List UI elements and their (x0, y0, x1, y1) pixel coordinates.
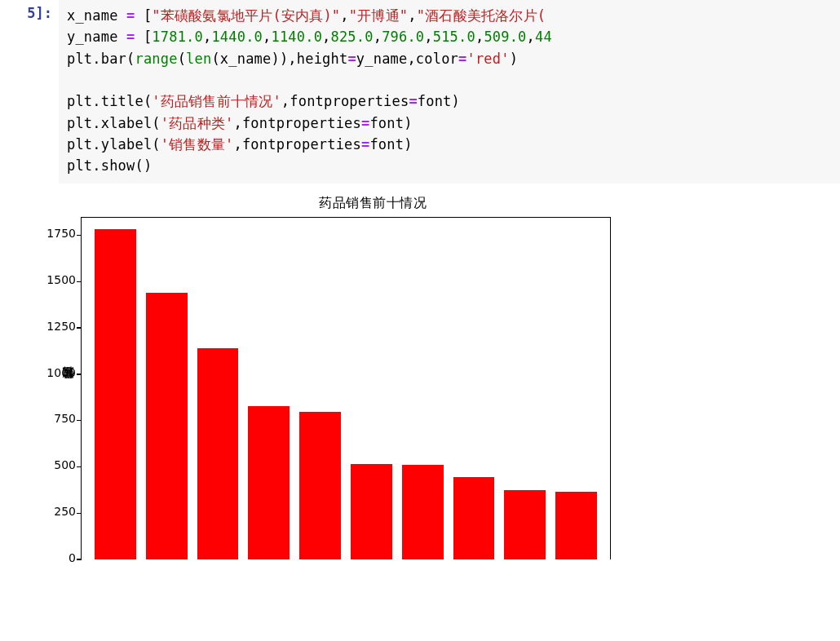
chart-bar (299, 412, 341, 559)
chart-bar (402, 465, 444, 559)
chart-bar (351, 464, 392, 559)
chart-plot-area (81, 217, 611, 559)
chart-title: 药品销售前十情况 (59, 195, 687, 212)
chart-bar (504, 490, 546, 559)
chart-bar (555, 492, 597, 559)
y-tick-mark (77, 281, 82, 283)
code-cell: 5]: x_name = ["苯磺酸氨氯地平片(安内真)","开博通","酒石酸… (0, 0, 840, 183)
y-tick-label: 1000 (46, 367, 76, 378)
y-tick-label: 0 (69, 552, 76, 564)
chart-bar (197, 348, 239, 559)
cell-prompt: 5]: (0, 0, 59, 21)
y-tick-mark (77, 513, 82, 515)
code-line-3: plt.bar(range(len(x_name)),height=y_name… (67, 51, 518, 67)
y-tick-mark (77, 235, 82, 237)
code-input[interactable]: x_name = ["苯磺酸氨氯地平片(安内真)","开博通","酒石酸美托洛尔… (59, 0, 840, 183)
code-line-6: plt.xlabel('药品种类',fontproperties=font) (67, 115, 413, 131)
code-line-2: y_name = [1781.0,1440.0,1140.0,825.0,796… (67, 29, 552, 45)
chart-bar (95, 229, 136, 559)
y-tick-label: 250 (54, 506, 76, 517)
y-tick-mark (77, 559, 82, 560)
chart-bar (146, 293, 188, 559)
chart-bar (248, 406, 290, 559)
cell-output: 药品销售前十情况 销售数量 02505007501000125015001750 (0, 183, 840, 559)
y-tick-label: 1500 (46, 274, 76, 285)
chart-container: 药品销售前十情况 销售数量 02505007501000125015001750 (59, 195, 687, 559)
y-tick-label: 1750 (46, 228, 76, 239)
chart-body: 销售数量 02505007501000125015001750 (59, 217, 687, 559)
chart-bar (453, 477, 495, 559)
y-tick-label: 750 (54, 413, 76, 424)
code-line-1: x_name = ["苯磺酸氨氯地平片(安内真)","开博通","酒石酸美托洛尔… (67, 7, 546, 24)
y-tick-label: 1250 (46, 320, 76, 332)
code-line-5: plt.title('药品销售前十情况',fontproperties=font… (67, 93, 460, 109)
y-tick-mark (77, 466, 82, 468)
y-tick-mark (77, 374, 82, 375)
y-tick-mark (77, 327, 82, 329)
code-line-8: plt.show() (67, 157, 152, 174)
code-line-7: plt.ylabel('销售数量',fontproperties=font) (67, 136, 413, 153)
chart-bars (82, 218, 610, 559)
y-tick-mark (77, 420, 82, 422)
y-tick-label: 500 (54, 459, 76, 471)
